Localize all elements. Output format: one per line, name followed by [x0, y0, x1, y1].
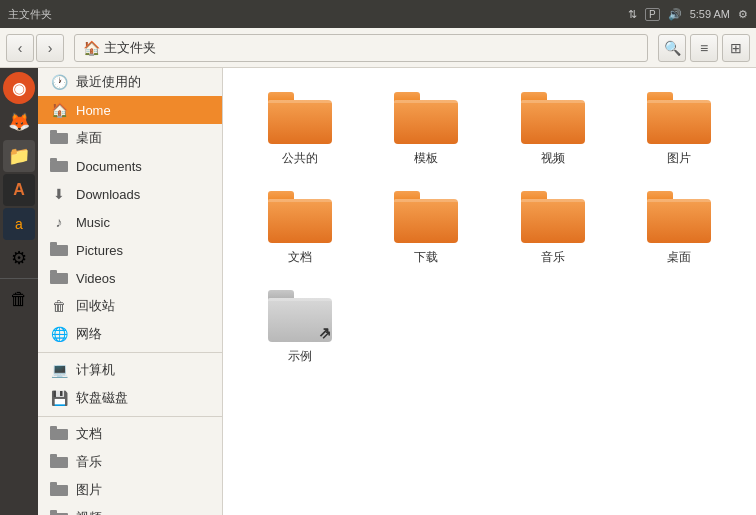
dock-ubuntu[interactable]: ◉: [3, 72, 35, 104]
file-item-wendang[interactable]: 文档: [239, 183, 361, 274]
sidebar-label-floppy: 软盘磁盘: [76, 389, 128, 407]
downloads-icon: ⬇: [50, 186, 68, 202]
sidebar-label-bookmark-wendang: 文档: [76, 425, 102, 443]
volume-icon[interactable]: 🔊: [668, 8, 682, 21]
dock: ◉ 🦊 📁 A a ⚙ 🗑: [0, 68, 38, 515]
sidebar-item-music[interactable]: ♪ Music: [38, 208, 222, 236]
dock-firefox[interactable]: 🦊: [3, 106, 35, 138]
folder-wendang-icon: [268, 191, 332, 243]
file-label-yinyue: 音乐: [541, 249, 565, 266]
sidebar-item-bookmark-shipin[interactable]: 视频: [38, 504, 222, 515]
folder-shili-icon: ↗: [268, 290, 332, 342]
videos-folder-icon: [50, 270, 68, 287]
file-item-xiazai[interactable]: 下载: [365, 183, 487, 274]
folder-yinyue-icon: [521, 191, 585, 243]
svg-rect-13: [50, 482, 57, 486]
gear-icon[interactable]: ⚙: [738, 8, 748, 21]
svg-rect-8: [50, 429, 68, 440]
sidebar-item-bookmark-yinyue[interactable]: 音乐: [38, 448, 222, 476]
svg-rect-5: [50, 242, 57, 246]
file-item-zhuomian[interactable]: 桌面: [618, 183, 740, 274]
grid-view-button[interactable]: ⊞: [722, 34, 750, 62]
dock-trash[interactable]: 🗑: [3, 283, 35, 315]
sidebar-label-videos: Videos: [76, 271, 116, 286]
file-item-tupian[interactable]: 图片: [618, 84, 740, 175]
bookmark-tupian-icon: [50, 482, 68, 499]
clock: 5:59 AM: [690, 8, 730, 20]
sidebar-item-desktop[interactable]: 桌面: [38, 124, 222, 152]
music-icon: ♪: [50, 214, 68, 230]
sidebar-label-computer: 计算机: [76, 361, 115, 379]
svg-rect-0: [50, 133, 68, 144]
sidebar-label-trash: 回收站: [76, 297, 115, 315]
dock-font[interactable]: A: [3, 174, 35, 206]
sidebar-item-pictures[interactable]: Pictures: [38, 236, 222, 264]
sidebar-item-documents[interactable]: Documents: [38, 152, 222, 180]
search-button[interactable]: 🔍: [658, 34, 686, 62]
bookmark-wendang-icon: [50, 426, 68, 443]
sidebar-item-recent[interactable]: 🕐 最近使用的: [38, 68, 222, 96]
sidebar-item-floppy[interactable]: 💾 软盘磁盘: [38, 384, 222, 412]
file-item-gongde[interactable]: 公共的: [239, 84, 361, 175]
sidebar-label-bookmark-tupian: 图片: [76, 481, 102, 499]
sidebar-label-recent: 最近使用的: [76, 73, 141, 91]
trash-icon: 🗑: [50, 298, 68, 314]
sidebar-item-home[interactable]: 🏠 Home: [38, 96, 222, 124]
file-item-shili[interactable]: ↗ 示例: [239, 282, 361, 373]
file-label-muban: 模板: [414, 150, 438, 167]
file-item-muban[interactable]: 模板: [365, 84, 487, 175]
folder-tupian-icon: [647, 92, 711, 144]
dock-files[interactable]: 📁: [3, 140, 35, 172]
toolbar-right-buttons: 🔍 ≡ ⊞: [658, 34, 750, 62]
file-area: 公共的 模板 视频: [223, 68, 756, 515]
svg-rect-9: [50, 426, 57, 430]
file-item-shipin[interactable]: 视频: [492, 84, 614, 175]
sidebar-item-network[interactable]: 🌐 网络: [38, 320, 222, 348]
sidebar-label-bookmark-yinyue: 音乐: [76, 453, 102, 471]
svg-rect-3: [50, 158, 57, 162]
sidebar-item-bookmark-wendang[interactable]: 文档: [38, 420, 222, 448]
sidebar-label-desktop: 桌面: [76, 129, 102, 147]
file-label-zhuomian: 桌面: [667, 249, 691, 266]
back-button[interactable]: ‹: [6, 34, 34, 62]
sidebar-label-downloads: Downloads: [76, 187, 140, 202]
svg-rect-7: [50, 270, 57, 274]
sidebar-item-computer[interactable]: 💻 计算机: [38, 356, 222, 384]
documents-folder-icon: [50, 158, 68, 175]
sidebar-item-trash[interactable]: 🗑 回收站: [38, 292, 222, 320]
sidebar-label-pictures: Pictures: [76, 243, 123, 258]
svg-rect-15: [50, 510, 57, 514]
floppy-icon: 💾: [50, 390, 68, 406]
recent-icon: 🕐: [50, 74, 68, 90]
dock-amazon[interactable]: a: [3, 208, 35, 240]
topbar-title: 主文件夹: [8, 7, 52, 22]
sidebar-item-videos[interactable]: Videos: [38, 264, 222, 292]
keyboard-icon[interactable]: P: [645, 8, 660, 21]
location-bar[interactable]: 🏠 主文件夹: [74, 34, 648, 62]
sidebar-item-bookmark-tupian[interactable]: 图片: [38, 476, 222, 504]
forward-button[interactable]: ›: [36, 34, 64, 62]
file-label-shipin: 视频: [541, 150, 565, 167]
sort-icon[interactable]: ⇅: [628, 8, 637, 21]
location-text: 主文件夹: [104, 39, 156, 57]
sidebar-label-music: Music: [76, 215, 110, 230]
file-label-gongde: 公共的: [282, 150, 318, 167]
dock-settings[interactable]: ⚙: [3, 242, 35, 274]
pictures-folder-icon: [50, 242, 68, 259]
desktop-folder-icon: [50, 130, 68, 147]
svg-rect-11: [50, 454, 57, 458]
folder-muban-icon: [394, 92, 458, 144]
bookmark-shipin-icon: [50, 510, 68, 516]
list-view-button[interactable]: ≡: [690, 34, 718, 62]
file-label-wendang: 文档: [288, 249, 312, 266]
svg-rect-12: [50, 485, 68, 496]
sidebar-label-bookmark-shipin: 视频: [76, 509, 102, 515]
file-item-yinyue[interactable]: 音乐: [492, 183, 614, 274]
sidebar: 🕐 最近使用的 🏠 Home 桌面: [38, 68, 223, 515]
sidebar-label-home: Home: [76, 103, 111, 118]
topbar-left: 主文件夹: [8, 7, 52, 22]
nav-buttons: ‹ ›: [6, 34, 64, 62]
file-label-xiazai: 下载: [414, 249, 438, 266]
sidebar-item-downloads[interactable]: ⬇ Downloads: [38, 180, 222, 208]
topbar-right: ⇅ P 🔊 5:59 AM ⚙: [628, 8, 748, 21]
